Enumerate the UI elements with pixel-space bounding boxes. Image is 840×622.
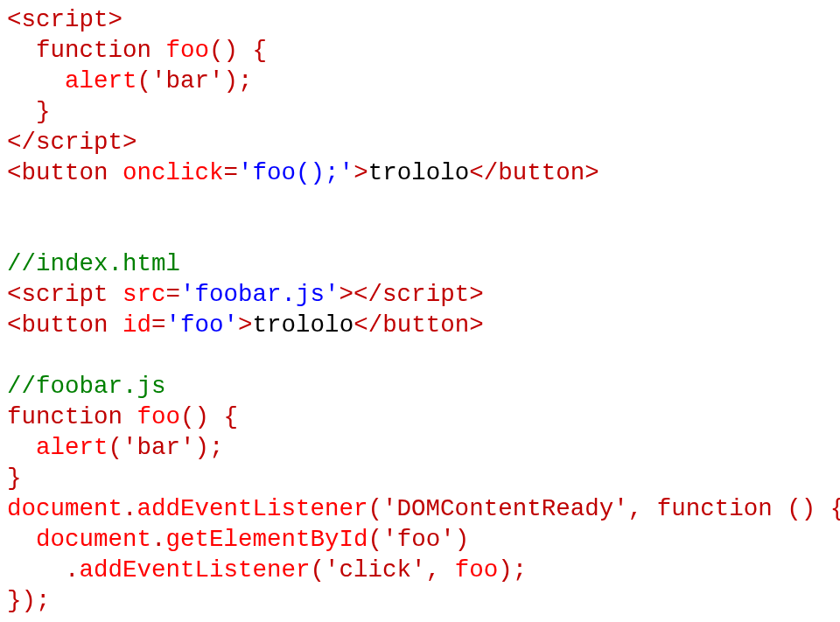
kw-function2: function (7, 403, 122, 430)
tag-button-close: </button> (469, 159, 599, 186)
str-bar2: 'bar' (122, 434, 195, 461)
call-alert2: alert (36, 434, 108, 461)
str-domready: 'DOMContentReady' (382, 495, 628, 522)
call-ael2: addEventListener (80, 556, 311, 584)
tag-script-close: </script> (7, 129, 137, 156)
tag-button-open2: <button (7, 311, 108, 339)
tag-script-open: <script> (7, 6, 122, 33)
str-bar: 'bar' (151, 67, 224, 94)
tag-script-close2: ></script> (340, 281, 484, 308)
text-trololo: trololo (368, 159, 470, 186)
attr-src: src (122, 281, 166, 308)
tag-button-open: <button (7, 159, 108, 186)
tag-script-open2: <script (7, 281, 108, 308)
ident-foo: foo (166, 37, 210, 64)
tag-button-close2: </button> (354, 311, 484, 339)
ident-foo3: foo (455, 556, 499, 584)
str-foo: 'foo' (382, 526, 455, 553)
kw-function: function (36, 37, 151, 64)
text-trololo2: trololo (253, 311, 354, 339)
ident-document2: document (36, 526, 151, 553)
val-onclick: 'foo();' (238, 159, 354, 186)
code-block: <script> function foo() { alert('bar'); … (0, 0, 840, 616)
attr-id: id (122, 311, 151, 339)
ident-foo2: foo (137, 403, 181, 430)
call-gebi: getElementById (166, 526, 368, 553)
val-id: 'foo' (166, 311, 239, 339)
ident-document: document (7, 495, 122, 522)
comment-index: //index.html (7, 250, 180, 277)
call-alert: alert (65, 67, 137, 94)
attr-onclick: onclick (122, 159, 224, 186)
call-ael: addEventListener (137, 495, 368, 522)
comment-foobar: //foobar.js (7, 373, 166, 400)
kw-function3: function (657, 495, 773, 522)
val-src: 'foobar.js' (180, 281, 340, 308)
str-click: 'click' (325, 556, 426, 584)
